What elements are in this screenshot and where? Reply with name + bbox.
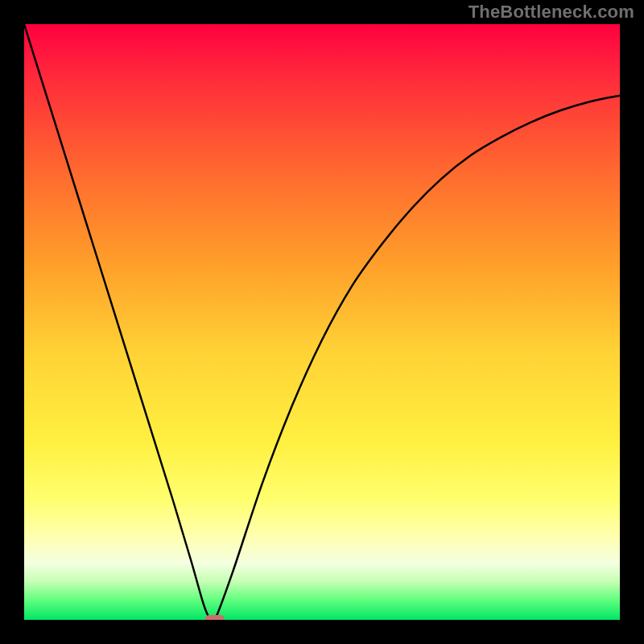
gradient-background xyxy=(24,24,620,620)
chart-frame: TheBottleneck.com xyxy=(0,0,644,644)
plot-area xyxy=(24,24,620,620)
watermark-text: TheBottleneck.com xyxy=(469,2,634,23)
bottleneck-plot xyxy=(24,24,620,620)
valley-marker xyxy=(205,615,225,620)
